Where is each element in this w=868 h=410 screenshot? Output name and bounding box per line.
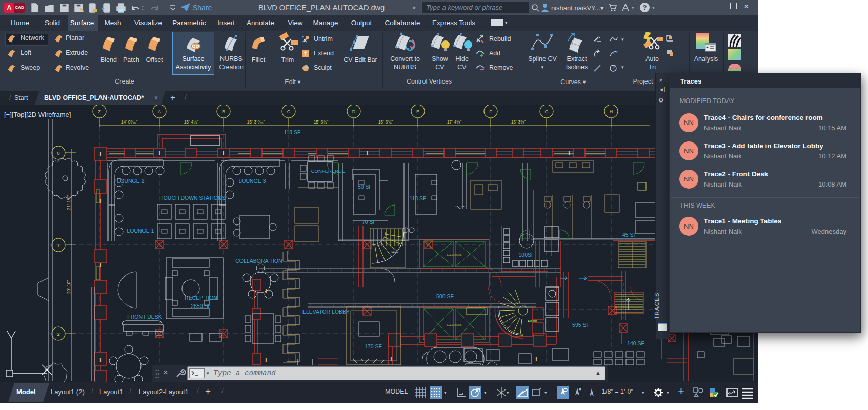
svg-text:[−][Top][2D Wireframe]: [−][Top][2D Wireframe] [4, 111, 71, 118]
svg-text:15'-3¾": 15'-3¾" [314, 119, 329, 125]
svg-text:C: C [287, 109, 291, 114]
svg-text:I: I [266, 357, 267, 363]
svg-text:LOUNGE 2: LOUNGE 2 [117, 178, 144, 184]
svg-text:45 SF: 45 SF [622, 232, 637, 238]
svg-text:I: I [223, 150, 225, 156]
svg-text:TOUCH DOWN STATIONS: TOUCH DOWN STATIONS [160, 195, 225, 201]
svg-text:15'-3¹³⁄₁₆": 15'-3¹³⁄₁₆" [247, 119, 265, 125]
svg-text:CONFERENCE: CONFERENCE [311, 168, 346, 174]
svg-text:LOUNGE 3: LOUNGE 3 [238, 178, 266, 184]
svg-text:I: I [536, 356, 537, 362]
svg-text:15'-3¾": 15'-3¾" [378, 119, 393, 125]
svg-text:0: 0 [57, 151, 59, 156]
svg-text:COLLABORA TION: COLLABORA TION [235, 258, 282, 264]
svg-text:D: D [352, 109, 356, 114]
svg-text:118 SF: 118 SF [284, 129, 300, 135]
svg-text:20'-10": 20'-10" [66, 280, 71, 294]
svg-text:I: I [100, 358, 102, 363]
svg-text:LOUNGE 1: LOUNGE 1 [127, 228, 154, 234]
svg-text:A: A [158, 109, 161, 114]
svg-text:14'-0⁷⁄₁₆": 14'-0⁷⁄₁₆" [121, 119, 137, 125]
svg-text:I: I [367, 150, 369, 156]
svg-text:100SF: 100SF [519, 252, 535, 258]
svg-text:G: G [544, 109, 548, 114]
svg-text:E: E [416, 109, 419, 114]
svg-text:I: I [569, 150, 570, 156]
svg-text:21'-1¼": 21'-1¼" [66, 195, 71, 210]
svg-text:595 SF: 595 SF [572, 322, 590, 328]
svg-text:I: I [159, 150, 160, 156]
svg-text:Z: Z [98, 109, 101, 114]
svg-text:2: 2 [57, 332, 59, 337]
svg-text:ELEVATORS: ELEVATORS [447, 323, 462, 326]
svg-text:F: F [489, 109, 492, 114]
svg-text:2650 SF: 2650 SF [191, 303, 211, 309]
svg-text:I: I [100, 151, 102, 157]
svg-text:1: 1 [57, 243, 59, 248]
svg-text:140 SF: 140 SF [627, 340, 644, 346]
svg-text:70 SF: 70 SF [362, 219, 376, 225]
svg-text:118 SF: 118 SF [409, 195, 426, 201]
svg-text:PIPE: PIPE [530, 320, 537, 323]
svg-text:ELEC: ELEC [391, 250, 398, 253]
svg-text:170 SF: 170 SF [365, 343, 382, 350]
svg-text:ELEVATORS: ELEVATORS [447, 253, 462, 256]
svg-text:13'-3⅜": 13'-3⅜" [511, 119, 526, 125]
svg-text:17'-4⅛": 17'-4⅛" [447, 119, 462, 125]
svg-text:H: H [610, 109, 613, 114]
svg-text:500 SF: 500 SF [436, 293, 454, 299]
svg-text:RECEP TION: RECEP TION [185, 295, 217, 301]
svg-text:50 SF: 50 SF [358, 183, 372, 190]
svg-text:15'-4¼": 15'-4¼" [184, 119, 199, 125]
svg-text:ELEVATOR LOBBY: ELEVATOR LOBBY [302, 309, 350, 315]
svg-text:FRONT DESK: FRONT DESK [127, 314, 162, 320]
svg-text:B: B [222, 109, 225, 114]
